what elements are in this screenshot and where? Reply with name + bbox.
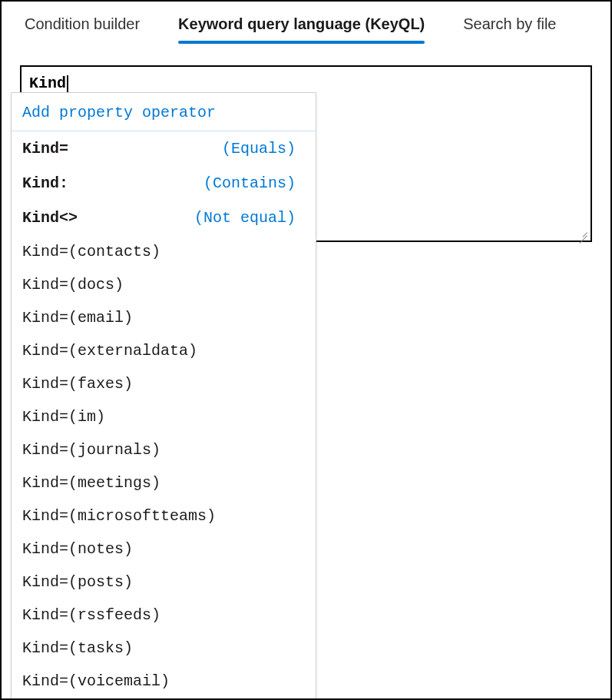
value-option[interactable]: Kind=(tasks): [12, 632, 316, 665]
tab-search-by-file[interactable]: Search by file: [463, 15, 556, 42]
operator-option-contains[interactable]: Kind: (Contains): [12, 166, 316, 201]
autocomplete-dropdown: Add property operator Kind= (Equals) Kin…: [11, 92, 316, 700]
value-option[interactable]: Kind=(journals): [12, 433, 316, 466]
value-option[interactable]: Kind=(voicemail): [12, 665, 316, 698]
value-option[interactable]: Kind=(im): [12, 400, 316, 433]
value-option[interactable]: Kind=(email): [12, 301, 316, 334]
value-option[interactable]: Kind=(externaldata): [12, 334, 316, 367]
value-option[interactable]: Kind=(docs): [12, 268, 316, 301]
value-option[interactable]: Kind=(contacts): [12, 235, 316, 268]
operator-option-not-equal[interactable]: Kind<> (Not equal): [12, 201, 316, 235]
operator-desc: (Not equal): [194, 209, 305, 227]
value-option[interactable]: Kind=(faxes): [12, 367, 316, 400]
resize-handle-icon: [577, 227, 587, 237]
value-option[interactable]: Kind=(notes): [12, 532, 316, 566]
operator-desc: (Equals): [222, 140, 305, 158]
tab-strip: Condition builder Keyword query language…: [2, 2, 610, 42]
value-option[interactable]: Kind=(rssfeeds): [12, 599, 316, 632]
tab-keyql[interactable]: Keyword query language (KeyQL): [178, 15, 425, 42]
operator-key: Kind<>: [22, 209, 78, 227]
text-cursor: [67, 75, 68, 92]
operator-key: Kind:: [22, 174, 68, 192]
value-option[interactable]: Kind=(meetings): [12, 466, 316, 499]
tab-condition-builder[interactable]: Condition builder: [25, 15, 140, 42]
query-text: Kind: [29, 75, 66, 92]
dropdown-header: Add property operator: [12, 93, 316, 131]
operator-option-equals[interactable]: Kind= (Equals): [12, 131, 316, 166]
value-option[interactable]: Kind=(posts): [12, 566, 316, 599]
value-option[interactable]: Kind=(microsoftteams): [12, 499, 316, 532]
operator-key: Kind=: [22, 140, 68, 158]
operator-desc: (Contains): [203, 174, 305, 192]
